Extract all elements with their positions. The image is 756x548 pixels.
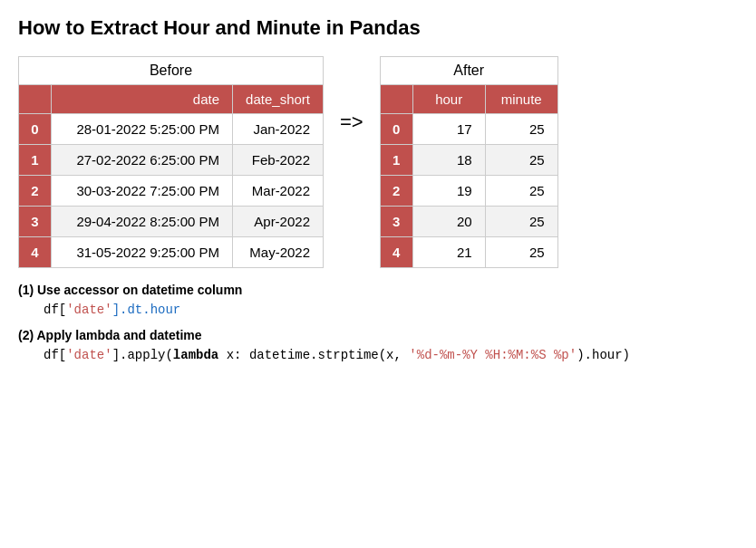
after-row-hour: 21 [412, 237, 485, 268]
before-row-date-short: May-2022 [233, 237, 324, 268]
before-row-date-short: Apr-2022 [233, 207, 324, 237]
code-string: '%d-%m-%Y %H:%M:%S %p' [409, 348, 577, 362]
after-row-hour: 20 [412, 207, 485, 237]
after-col-index [380, 85, 412, 114]
before-row-index: 4 [19, 237, 52, 268]
after-row-index: 1 [380, 145, 412, 176]
after-table-container: After hour minute 0172511825219253202542… [380, 56, 558, 268]
before-row-date-short: Mar-2022 [233, 176, 324, 207]
after-col-minute: minute [485, 85, 557, 114]
before-row-date-short: Feb-2022 [233, 145, 324, 176]
table-row: 230-03-2022 7:25:00 PMMar-2022 [19, 176, 324, 207]
before-row-index: 1 [19, 145, 52, 176]
page-title: How to Extract Hour and Minute in Pandas [18, 16, 738, 40]
code-text: x: datetime.strptime(x, [218, 348, 409, 362]
before-row-index: 2 [19, 176, 52, 207]
after-row-minute: 25 [485, 145, 557, 176]
after-row-index: 3 [380, 207, 412, 237]
code-text: df[ [44, 348, 66, 362]
code-text: ).hour) [577, 348, 630, 362]
code-keyword: ].dt.hour [112, 303, 181, 317]
before-col-index [19, 85, 52, 114]
before-section-header: Before [19, 57, 324, 85]
table-row: 431-05-2022 9:25:00 PMMay-2022 [19, 237, 324, 268]
after-row-minute: 25 [485, 237, 557, 268]
before-row-date: 30-03-2022 7:25:00 PM [52, 176, 233, 207]
after-row-index: 4 [380, 237, 412, 268]
before-table: Before date date_short 028-01-2022 5:25:… [18, 56, 324, 268]
before-row-date: 28-01-2022 5:25:00 PM [52, 114, 233, 145]
code-string: 'date' [66, 303, 111, 317]
table-row: 32025 [380, 207, 557, 237]
after-row-hour: 19 [412, 176, 485, 207]
after-row-hour: 18 [412, 145, 485, 176]
before-row-index: 0 [19, 114, 52, 145]
after-col-hour: hour [412, 85, 485, 114]
after-row-minute: 25 [485, 176, 557, 207]
after-section-header: After [380, 57, 557, 85]
after-row-index: 2 [380, 176, 412, 207]
before-row-date-short: Jan-2022 [233, 114, 324, 145]
table-row: 127-02-2022 6:25:00 PMFeb-2022 [19, 145, 324, 176]
table-row: 01725 [380, 114, 557, 145]
code-section-label-0: (1) Use accessor on datetime column [18, 283, 738, 297]
code-text: df[ [44, 303, 66, 317]
table-row: 42125 [380, 237, 557, 268]
table-row: 028-01-2022 5:25:00 PMJan-2022 [19, 114, 324, 145]
before-row-index: 3 [19, 207, 52, 237]
code-text: ].apply( [112, 348, 173, 362]
before-col-date: date [52, 85, 233, 114]
before-table-container: Before date date_short 028-01-2022 5:25:… [18, 56, 324, 268]
code-string: 'date' [66, 348, 111, 362]
before-row-date: 31-05-2022 9:25:00 PM [52, 237, 233, 268]
code-line-0-0: df['date'].dt.hour [44, 303, 738, 317]
code-bold: lambda [173, 348, 218, 362]
before-row-date: 29-04-2022 8:25:00 PM [52, 207, 233, 237]
table-row: 329-04-2022 8:25:00 PMApr-2022 [19, 207, 324, 237]
code-section-label-1: (2) Apply lambda and datetime [18, 328, 738, 342]
before-col-date-short: date_short [233, 85, 324, 114]
code-sections: (1) Use accessor on datetime columndf['d… [18, 283, 738, 362]
before-row-date: 27-02-2022 6:25:00 PM [52, 145, 233, 176]
tables-container: Before date date_short 028-01-2022 5:25:… [18, 56, 738, 268]
after-row-index: 0 [380, 114, 412, 145]
arrow: => [324, 111, 380, 134]
after-row-minute: 25 [485, 114, 557, 145]
after-row-minute: 25 [485, 207, 557, 237]
table-row: 21925 [380, 176, 557, 207]
after-table: After hour minute 0172511825219253202542… [380, 56, 558, 268]
after-row-hour: 17 [412, 114, 485, 145]
table-row: 11825 [380, 145, 557, 176]
code-line-1-0: df['date'].apply(lambda x: datetime.strp… [44, 348, 738, 362]
